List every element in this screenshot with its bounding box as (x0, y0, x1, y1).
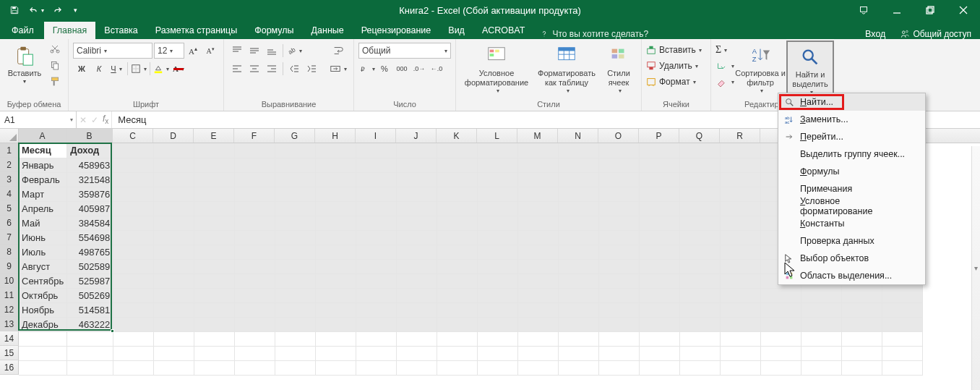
row-header[interactable]: 13 (0, 317, 19, 331)
font-size-combobox[interactable]: 12▾ (154, 43, 184, 59)
cell[interactable] (194, 302, 235, 317)
cell[interactable] (478, 302, 518, 317)
cell[interactable] (275, 317, 316, 331)
cell[interactable]: 505269 (67, 288, 113, 302)
cell[interactable] (154, 346, 194, 360)
cell[interactable] (397, 143, 437, 158)
row-header[interactable]: 3 (0, 172, 19, 187)
cell[interactable] (478, 216, 518, 230)
cell[interactable] (599, 201, 640, 216)
cell[interactable] (356, 158, 397, 172)
cell-styles-button[interactable]: Стили ячеек▾ (601, 41, 637, 95)
cell[interactable] (518, 302, 559, 317)
comma-style-button[interactable]: 000 (394, 61, 410, 77)
cell[interactable] (113, 274, 154, 288)
cell[interactable] (680, 288, 721, 302)
cell[interactable] (235, 158, 275, 172)
cell[interactable] (275, 259, 316, 274)
cell[interactable] (599, 360, 640, 375)
cell[interactable] (640, 331, 680, 346)
cell[interactable] (397, 360, 437, 375)
cell[interactable] (640, 274, 680, 288)
row-header[interactable]: 11 (0, 288, 19, 302)
paste-button[interactable]: Вставить ▾ (4, 41, 45, 85)
cell[interactable] (761, 288, 801, 302)
cell[interactable] (599, 143, 640, 158)
cell[interactable] (113, 230, 154, 245)
share-button[interactable]: Общий доступ (893, 29, 979, 39)
cell[interactable] (559, 259, 599, 274)
cell[interactable]: Март (19, 187, 67, 201)
cell[interactable] (882, 302, 923, 317)
cell[interactable] (721, 360, 761, 375)
cell[interactable] (235, 346, 275, 360)
tell-me-box[interactable]: Что вы хотите сделать? (539, 29, 648, 39)
cell[interactable]: Май (19, 216, 67, 230)
cell[interactable] (235, 172, 275, 187)
cell[interactable] (113, 288, 154, 302)
cell[interactable] (235, 187, 275, 201)
column-header[interactable]: D (153, 129, 194, 143)
cell[interactable] (356, 201, 397, 216)
cell[interactable]: 359876 (67, 187, 113, 201)
menu-item[interactable]: Выбор объектов (778, 250, 925, 267)
cell[interactable] (478, 331, 518, 346)
tab-главная[interactable]: Главная (44, 22, 96, 39)
column-header[interactable]: A (19, 129, 66, 143)
tab-file[interactable]: Файл (1, 22, 44, 39)
cell[interactable] (640, 172, 680, 187)
cell[interactable] (801, 302, 842, 317)
decrease-decimal-button[interactable]: ←.0 (429, 61, 444, 77)
cell[interactable] (397, 288, 437, 302)
cell[interactable] (801, 346, 842, 360)
cell[interactable] (599, 346, 640, 360)
cell[interactable] (640, 259, 680, 274)
cell[interactable] (154, 331, 194, 346)
cell[interactable] (397, 187, 437, 201)
menu-item[interactable]: Проверка данных (778, 232, 925, 250)
increase-font-size-button[interactable]: A▴ (185, 43, 201, 59)
cell[interactable] (882, 360, 923, 375)
bold-button[interactable]: Ж (74, 61, 90, 77)
tab-рецензирование[interactable]: Рецензирование (353, 22, 440, 39)
cell[interactable] (113, 187, 154, 201)
cell[interactable] (397, 317, 437, 331)
cell[interactable] (356, 216, 397, 230)
cell[interactable] (559, 187, 599, 201)
row-header[interactable]: 16 (0, 360, 19, 375)
cell[interactable] (721, 172, 761, 187)
cell[interactable] (356, 360, 397, 375)
cell[interactable] (721, 302, 761, 317)
cell[interactable] (356, 288, 397, 302)
cell[interactable] (437, 259, 478, 274)
cell[interactable] (437, 216, 478, 230)
cell[interactable] (761, 346, 801, 360)
cell[interactable] (640, 360, 680, 375)
tab-вид[interactable]: Вид (439, 22, 473, 39)
signin-button[interactable]: Вход (858, 29, 893, 39)
cell[interactable] (235, 245, 275, 259)
cell[interactable] (518, 158, 559, 172)
column-header[interactable]: F (234, 129, 275, 143)
font-name-combobox[interactable]: Calibri▾ (73, 43, 152, 59)
cell[interactable] (478, 172, 518, 187)
qat-undo-button[interactable]: ▾ (26, 0, 46, 20)
delete-cells-button[interactable]: Удалить▾ (646, 58, 698, 74)
tab-данные[interactable]: Данные (303, 22, 353, 39)
cell[interactable] (599, 172, 640, 187)
cell[interactable] (640, 187, 680, 201)
increase-indent-button[interactable] (304, 61, 319, 77)
cell[interactable]: Ноябрь (19, 302, 67, 317)
fill-color-button[interactable]: ▾ (153, 61, 169, 77)
cell[interactable] (316, 158, 356, 172)
cell[interactable] (275, 302, 316, 317)
cell[interactable]: Сентябрь (19, 274, 67, 288)
cell[interactable] (154, 317, 194, 331)
cell[interactable] (640, 201, 680, 216)
cell[interactable] (275, 360, 316, 375)
cell[interactable] (316, 259, 356, 274)
cell[interactable] (154, 187, 194, 201)
cell[interactable] (316, 245, 356, 259)
cell[interactable] (316, 302, 356, 317)
font-color-button[interactable]: A▾ (171, 61, 186, 77)
